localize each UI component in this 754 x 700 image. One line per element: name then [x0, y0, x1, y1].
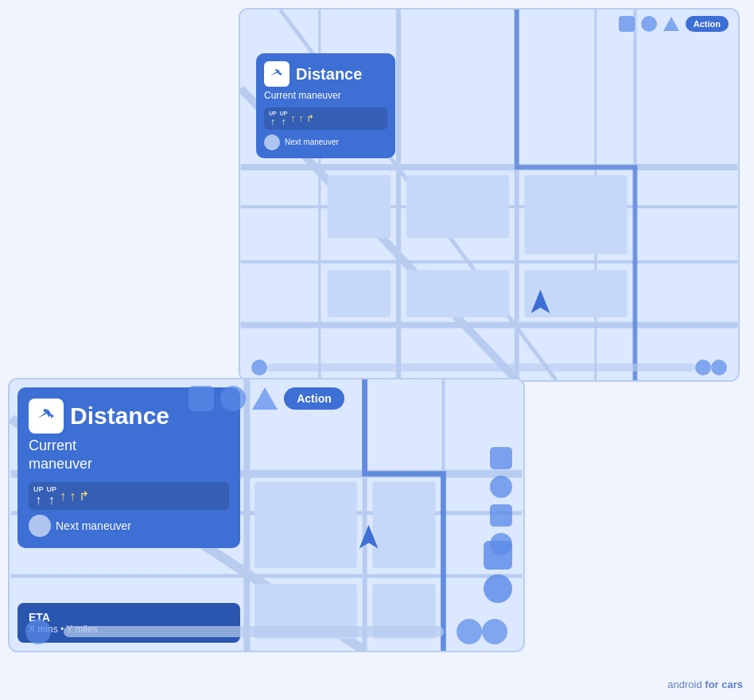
lane-3-large: ↑ [60, 489, 66, 503]
small-screen-action-button[interactable]: Action [686, 16, 729, 32]
distance-text-small: Distance [296, 65, 362, 84]
lane-1-large: UP ↑ [33, 485, 44, 507]
distance-row-small: Distance [264, 61, 387, 87]
large-screen: Action Distance Currentmaneuver UP ↑ UP … [8, 378, 525, 652]
lanes-row-small: UP ↑ UP ↑ ↑ ↑ ↱ [264, 107, 387, 130]
svg-rect-12 [328, 175, 391, 238]
large-screen-action-button[interactable]: Action [284, 387, 344, 410]
watermark-text-normal: android [667, 679, 705, 690]
small-screen: Action Distance Current maneuver UP ↑ UP… [239, 8, 740, 382]
bottom-bar-pill-small [267, 364, 695, 371]
lane-5-small: ↱ [306, 113, 314, 123]
lanes-row-large: UP ↑ UP ↑ ↑ ↑ ↱ [29, 482, 229, 510]
bottom-circle-1-small[interactable] [251, 360, 267, 375]
top-bar-large: Action [10, 379, 523, 418]
svg-rect-13 [406, 175, 509, 238]
right-square-icon-2[interactable] [490, 504, 512, 527]
bottom-circle-3-large[interactable] [482, 619, 507, 644]
watermark: android for cars [667, 679, 743, 690]
lane-5-large: ↱ [79, 489, 89, 503]
svg-rect-14 [525, 175, 628, 254]
lane-label-2-large: UP [47, 485, 57, 493]
bottom-right-mini-icons [484, 541, 512, 603]
svg-marker-19 [280, 72, 282, 76]
bottom-bar-pill-large [64, 626, 444, 637]
bottom-bar-large [10, 612, 523, 651]
lane-4-large: ↑ [69, 489, 76, 503]
lane-arrow-5-small: ↱ [306, 114, 314, 123]
lane-arrow-4-large: ↑ [69, 490, 76, 503]
turn-icon-small [264, 61, 290, 87]
lane-arrow-5-large: ↱ [79, 490, 89, 503]
small-screen-triangle-icon[interactable] [663, 17, 679, 31]
lane-2-small: UP ↑ [280, 111, 288, 126]
watermark-text-bold: for cars [705, 679, 743, 690]
lane-label-2-small: UP [280, 111, 288, 116]
maneuver-text-small: Current maneuver [264, 90, 387, 103]
lane-arrow-1-large: ↑ [35, 494, 41, 507]
bottom-circle-1-large[interactable] [25, 619, 51, 644]
lane-arrow-3-large: ↑ [60, 490, 66, 503]
lane-label-1-large: UP [33, 485, 44, 493]
mini-circle-icon[interactable] [484, 574, 512, 603]
lane-4-small: ↑ [298, 113, 303, 123]
lane-2-large: UP ↑ [47, 485, 57, 507]
bottom-bar-small [240, 355, 738, 380]
svg-rect-15 [328, 270, 391, 317]
mini-square-icon[interactable] [484, 541, 512, 570]
lane-arrow-1-small: ↑ [270, 117, 275, 126]
svg-rect-16 [406, 270, 509, 317]
next-maneuver-dot-small [264, 134, 280, 150]
lane-3-small: ↑ [290, 113, 295, 123]
next-maneuver-row-large: Next maneuver [29, 515, 229, 537]
right-square-icon-1[interactable] [490, 447, 512, 469]
maneuver-text-large: Currentmaneuver [29, 437, 229, 474]
small-screen-circle-icon[interactable] [641, 16, 657, 32]
svg-rect-29 [372, 481, 435, 568]
nav-card-small: Distance Current maneuver UP ↑ UP ↑ ↑ ↑ [256, 53, 395, 158]
bottom-circle-2-large[interactable] [457, 619, 482, 644]
large-screen-square-icon[interactable] [188, 386, 214, 411]
lane-arrow-4-small: ↑ [298, 114, 303, 123]
lane-arrow-2-large: ↑ [49, 494, 55, 507]
bottom-circle-2-small[interactable] [695, 360, 711, 375]
svg-rect-28 [255, 481, 356, 568]
next-maneuver-dot-large [29, 515, 51, 537]
lane-arrow-3-small: ↑ [290, 114, 295, 123]
next-maneuver-text-large: Next maneuver [56, 519, 131, 532]
lane-arrow-2-small: ↑ [282, 117, 286, 126]
lane-label-1-small: UP [269, 111, 277, 116]
next-maneuver-text-small: Next maneuver [285, 138, 339, 146]
small-screen-square-icon[interactable] [619, 16, 635, 32]
large-screen-circle-icon[interactable] [220, 386, 246, 411]
bottom-circle-3-small[interactable] [711, 360, 727, 375]
right-side-icons [490, 447, 512, 555]
lane-1-small: UP ↑ [269, 111, 277, 126]
top-bar-small: Action [240, 10, 738, 38]
right-circle-icon-1[interactable] [490, 476, 512, 498]
next-maneuver-row-small: Next maneuver [264, 134, 387, 150]
large-screen-triangle-icon[interactable] [252, 387, 278, 410]
